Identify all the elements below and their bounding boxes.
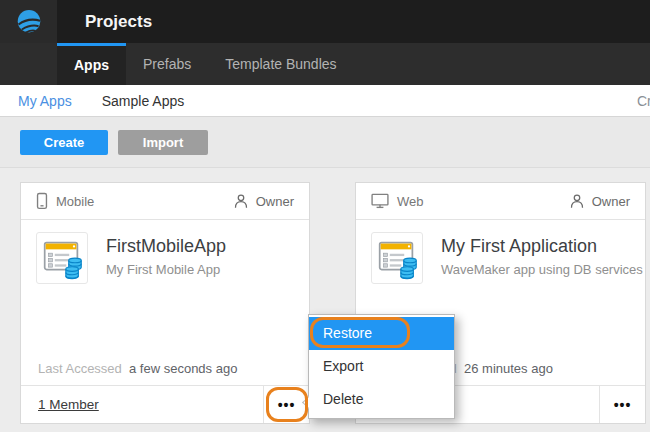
role-badge: Owner xyxy=(569,193,630,209)
card-body: FirstMobileApp My First Mobile App Last … xyxy=(21,220,309,386)
subnav-sample-apps[interactable]: Sample Apps xyxy=(102,93,185,109)
role-badge: Owner xyxy=(233,193,294,209)
create-button[interactable]: Create xyxy=(20,130,108,155)
last-accessed-label: Last Accessed xyxy=(38,361,129,376)
app-window-database-icon[interactable] xyxy=(36,232,88,284)
tab-template-bundles[interactable]: Template Bundles xyxy=(208,43,353,85)
app-subtitle: WaveMaker app using DB services xyxy=(441,262,643,277)
last-accessed-value: 26 minutes ago xyxy=(464,361,553,376)
subnav-clipped-link[interactable]: Cr xyxy=(637,93,650,109)
card-ellipsis-menu-button[interactable]: ••• xyxy=(263,386,309,423)
menu-item-restore[interactable]: Restore xyxy=(309,317,454,350)
wavemaker-logo[interactable] xyxy=(0,0,57,43)
tab-prefabs[interactable]: Prefabs xyxy=(126,43,208,85)
person-icon xyxy=(569,193,585,209)
card-footer: 1 Member ••• xyxy=(21,385,309,423)
mobile-phone-icon xyxy=(36,192,48,210)
actions-toolbar: Create Import xyxy=(0,117,650,168)
menu-item-delete[interactable]: Delete xyxy=(309,383,454,416)
card-context-menu: Restore Export Delete xyxy=(308,314,455,419)
role-label: Owner xyxy=(592,194,630,209)
app-title[interactable]: FirstMobileApp xyxy=(106,236,226,257)
last-accessed-value: a few seconds ago xyxy=(129,361,237,376)
app-card-firstmobileapp[interactable]: Mobile Owner xyxy=(20,182,310,424)
last-accessed-row: Last Accessed a few seconds ago xyxy=(38,361,237,376)
subnav: My Apps Sample Apps Cr xyxy=(0,85,650,117)
card-header: Mobile Owner xyxy=(21,183,309,220)
import-button[interactable]: Import xyxy=(118,130,208,155)
tab-apps[interactable]: Apps xyxy=(57,43,126,85)
device-type-label: Web xyxy=(397,194,424,209)
app-header: Projects xyxy=(0,0,650,43)
main-tabbar: Apps Prefabs Template Bundles xyxy=(0,43,650,85)
subnav-my-apps[interactable]: My Apps xyxy=(18,93,72,109)
page-title: Projects xyxy=(85,0,152,43)
wavemaker-logo-icon xyxy=(14,7,44,37)
role-label: Owner xyxy=(256,194,294,209)
app-title[interactable]: My First Application xyxy=(441,236,597,257)
card-ellipsis-menu-button[interactable]: ••• xyxy=(599,386,645,423)
card-header: Web Owner xyxy=(356,183,645,220)
app-window-database-icon[interactable] xyxy=(371,232,423,284)
monitor-icon xyxy=(371,193,389,209)
app-subtitle: My First Mobile App xyxy=(106,262,220,277)
members-link[interactable]: 1 Member xyxy=(38,397,99,412)
menu-item-export[interactable]: Export xyxy=(309,350,454,383)
person-icon xyxy=(233,193,249,209)
device-type-label: Mobile xyxy=(56,194,94,209)
